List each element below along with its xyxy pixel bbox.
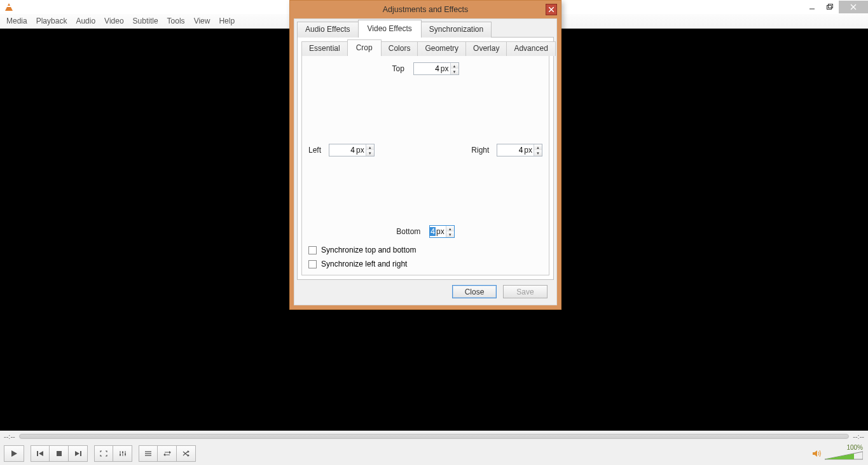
crop-left-label: Left [308, 146, 321, 155]
menu-tools[interactable]: Tools [167, 17, 185, 25]
svg-rect-8 [57, 451, 62, 456]
sync-left-right-checkbox[interactable] [308, 260, 317, 268]
subtab-crop[interactable]: Crop [347, 39, 382, 56]
svg-rect-16 [125, 454, 126, 455]
crop-bottom-row: Bottom 4 px ▲▼ [308, 225, 542, 238]
crop-right-spinbox[interactable]: px ▲▼ [497, 144, 542, 156]
tab-video-effects[interactable]: Video Effects [358, 20, 422, 38]
dialog-body: Audio Effects Video Effects Synchronizat… [294, 18, 557, 305]
menu-view[interactable]: View [194, 17, 210, 25]
volume-slider[interactable] [825, 451, 863, 462]
crop-top-input[interactable] [414, 64, 441, 73]
sync-top-bottom-row[interactable]: Synchronize top and bottom [308, 246, 542, 254]
controls-right: 100% [812, 444, 863, 462]
spin-up-icon[interactable]: ▲ [366, 144, 374, 150]
elapsed-time[interactable]: --:-- [4, 433, 15, 440]
unit-px: px [524, 146, 534, 155]
svg-rect-10 [80, 451, 81, 456]
dialog-close-action-button[interactable]: Close [452, 285, 497, 298]
spin-up-icon[interactable]: ▲ [534, 144, 542, 150]
dialog-footer: Close Save [297, 280, 554, 305]
window-maximize-button[interactable] [821, 1, 839, 13]
svg-marker-7 [39, 451, 43, 456]
window-minimize-button[interactable] [803, 1, 821, 13]
view-group [94, 445, 132, 462]
next-button[interactable] [69, 445, 88, 462]
svg-marker-9 [75, 451, 79, 456]
subtab-overlay[interactable]: Overlay [465, 41, 507, 56]
menu-help[interactable]: Help [219, 17, 235, 25]
subtab-colors[interactable]: Colors [381, 41, 418, 56]
menu-subtitle[interactable]: Subtitle [133, 17, 158, 25]
time-row: --:-- --:-- [0, 431, 868, 442]
dialog-tabs: Audio Effects Video Effects Synchronizat… [297, 22, 554, 38]
fullscreen-button[interactable] [94, 445, 113, 462]
seek-slider[interactable] [19, 434, 850, 439]
playlist-button[interactable] [139, 445, 158, 462]
spin-down-icon[interactable]: ▼ [451, 69, 458, 74]
crop-bottom-input[interactable]: 4 [430, 227, 436, 236]
svg-marker-5 [11, 450, 17, 457]
titlebar-left [0, 3, 14, 11]
dialog-close-button[interactable] [546, 4, 557, 15]
subtab-essential[interactable]: Essential [301, 41, 348, 56]
sync-left-right-row[interactable]: Synchronize left and right [308, 260, 542, 268]
crop-left-input[interactable] [329, 146, 356, 155]
previous-button[interactable] [31, 445, 50, 462]
menu-playback[interactable]: Playback [36, 17, 67, 25]
stop-button[interactable] [50, 445, 69, 462]
menu-video[interactable]: Video [104, 17, 123, 25]
svg-marker-24 [813, 450, 817, 457]
subtab-advanced[interactable]: Advanced [506, 41, 555, 56]
playlist-group [139, 445, 196, 462]
menu-media[interactable]: Media [6, 17, 27, 25]
crop-right-input[interactable] [497, 146, 524, 155]
remaining-time[interactable]: --:-- [853, 433, 864, 440]
controls-left [4, 445, 196, 462]
shuffle-button[interactable] [177, 445, 196, 462]
tab-synchronization[interactable]: Synchronization [421, 22, 492, 38]
controls-bar: 100% [0, 442, 868, 465]
svg-rect-15 [122, 452, 123, 453]
crop-panel: Top px ▲▼ Left px [301, 55, 549, 275]
spin-up-icon[interactable]: ▲ [451, 63, 458, 69]
dialog-save-button[interactable]: Save [503, 285, 548, 298]
menu-audio[interactable]: Audio [76, 17, 95, 25]
video-effects-panel: Essential Crop Colors Geometry Overlay A… [297, 37, 554, 280]
crop-bottom-spinbox[interactable]: 4 px ▲▼ [429, 225, 454, 238]
unit-px: px [356, 146, 366, 155]
crop-middle-row: Left px ▲▼ Right px [308, 144, 542, 156]
spin-down-icon[interactable]: ▼ [366, 150, 374, 156]
sync-top-bottom-label: Synchronize top and bottom [321, 246, 416, 254]
volume-percentage: 100% [846, 444, 863, 451]
sync-top-bottom-checkbox[interactable] [308, 246, 317, 254]
loop-button[interactable] [158, 445, 177, 462]
unit-px: px [441, 64, 450, 73]
dialog-title: Adjustments and Effects [383, 5, 469, 14]
app-root: Media Playback Audio Video Subtitle Tool… [0, 0, 868, 465]
spin-down-icon[interactable]: ▼ [534, 150, 542, 156]
crop-top-label: Top [392, 64, 404, 73]
crop-top-spinbox[interactable]: px ▲▼ [413, 62, 459, 75]
svg-rect-2 [828, 4, 832, 8]
svg-marker-23 [188, 454, 189, 457]
adjustments-effects-dialog: Adjustments and Effects Audio Effects Vi… [289, 0, 561, 310]
extended-settings-button[interactable] [113, 445, 132, 462]
crop-right-label: Right [471, 146, 489, 155]
window-close-button[interactable] [839, 1, 868, 13]
svg-marker-22 [188, 450, 189, 453]
svg-rect-6 [37, 451, 38, 456]
play-button[interactable] [4, 445, 24, 462]
crop-bottom-label: Bottom [396, 227, 420, 236]
spin-up-icon[interactable]: ▲ [446, 226, 454, 232]
tab-audio-effects[interactable]: Audio Effects [297, 22, 359, 38]
dialog-titlebar[interactable]: Adjustments and Effects [290, 1, 561, 18]
spin-down-icon[interactable]: ▼ [446, 232, 454, 237]
subtab-geometry[interactable]: Geometry [417, 41, 466, 56]
svg-rect-14 [120, 454, 121, 455]
crop-top-row: Top px ▲▼ [308, 62, 542, 75]
svg-rect-1 [827, 6, 831, 10]
crop-left-spinbox[interactable]: px ▲▼ [329, 144, 375, 156]
speaker-icon[interactable] [812, 449, 821, 458]
video-effects-subtabs: Essential Crop Colors Geometry Overlay A… [301, 41, 549, 56]
